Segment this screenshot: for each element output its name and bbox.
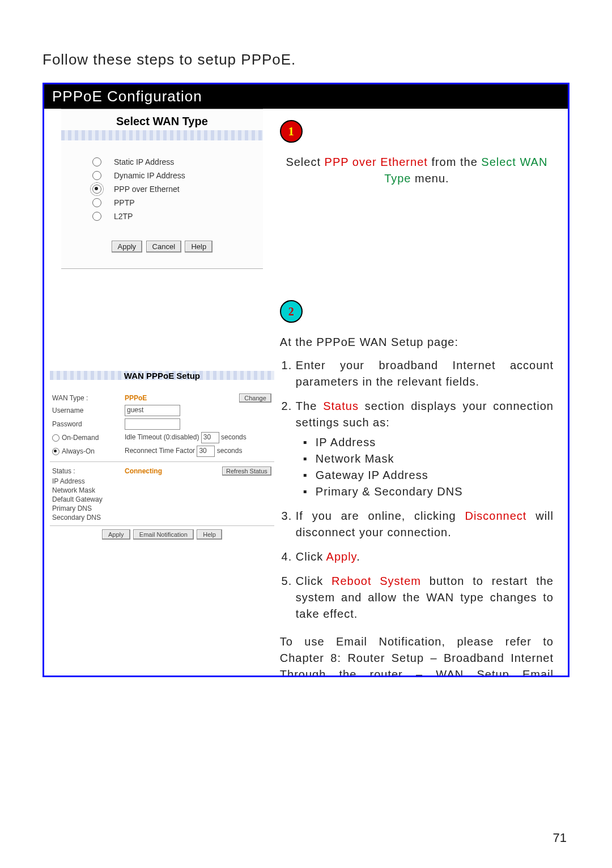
status-row-label: Secondary DNS <box>50 513 274 522</box>
status-sub-item: IP Address <box>316 434 554 451</box>
apply-button[interactable]: Apply <box>112 241 143 253</box>
password-input[interactable] <box>125 418 180 430</box>
radio-icon[interactable] <box>92 212 101 221</box>
on-demand-radio[interactable] <box>52 434 60 442</box>
radio-icon[interactable] <box>92 198 101 207</box>
config-panel: PPPoE Configuration Select WAN Type Stat… <box>42 83 570 677</box>
cancel-button[interactable]: Cancel <box>146 241 181 253</box>
reconnect-input[interactable]: 30 <box>197 446 215 457</box>
email-notification-button[interactable]: Email Notification <box>133 529 194 540</box>
step-2-item-3: If you are online, clicking Disconnect w… <box>296 508 554 541</box>
wan-type-option-label: Static IP Address <box>114 157 174 166</box>
status-row-label: Network Mask <box>50 486 274 495</box>
decorative-border <box>61 130 263 140</box>
radio-icon[interactable] <box>92 171 101 180</box>
step-2-lead: At the PPPoE WAN Setup page: <box>280 334 554 350</box>
panel-title: PPPoE Configuration <box>44 84 568 109</box>
wan-type-option[interactable]: L2TP <box>92 212 263 221</box>
page-number: 71 <box>553 831 567 845</box>
wan-type-option[interactable]: Dynamic IP Address <box>92 171 263 180</box>
wan-type-option[interactable]: PPP over Ethernet <box>92 185 263 194</box>
wan-pppoe-setup-heading: WAN PPPoE Setup <box>50 371 274 380</box>
username-label: Username <box>50 404 122 417</box>
status-row-label: Primary DNS <box>50 504 274 513</box>
status-sub-item: Primary & Secondary DNS <box>316 484 554 500</box>
wan-type-option-label: L2TP <box>114 212 133 221</box>
wan-type-label: WAN Type : <box>50 392 122 404</box>
wan-type-value: PPPoE <box>125 394 147 402</box>
always-on-label: Always-On <box>62 447 95 455</box>
email-notification-note: To use Email Notification, please refer … <box>280 634 554 677</box>
password-label: Password <box>50 417 122 431</box>
step-2-item-1: Enter your broadband Internet account pa… <box>296 357 554 390</box>
wan-type-option[interactable]: PPTP <box>92 198 263 207</box>
apply-button-2[interactable]: Apply <box>102 529 130 540</box>
step-1-badge: 1 <box>280 120 303 143</box>
reconnect-label: Reconnect Time Factor <box>125 447 195 455</box>
seconds-label-1: seconds <box>221 433 246 441</box>
seconds-label-2: seconds <box>217 447 243 455</box>
wan-pppoe-setup-card: WAN PPPoE Setup WAN Type : PPPoE Change … <box>50 371 274 540</box>
step-2-badge: 2 <box>280 300 303 323</box>
status-row-label: IP Address <box>50 477 274 486</box>
status-sub-item: Gateway IP Address <box>316 467 554 484</box>
status-row-label: Default Gateway <box>50 495 274 504</box>
step-2-item-5: Click Reboot System button to restart th… <box>296 573 554 622</box>
refresh-status-button[interactable]: Refresh Status <box>222 467 271 476</box>
intro-text: Follow these steps to setup PPPoE. <box>42 51 570 69</box>
username-input[interactable]: guest <box>125 405 180 416</box>
idle-timeout-label: Idle Timeout (0:disabled) <box>125 433 199 441</box>
on-demand-label: On-Demand <box>62 434 99 442</box>
step-2-item-2: The Status section displays your connect… <box>296 398 554 500</box>
select-wan-type-heading: Select WAN Type <box>61 115 263 128</box>
select-wan-type-card: Select WAN Type Static IP AddressDynamic… <box>61 109 263 269</box>
status-value: Connecting <box>125 467 162 475</box>
radio-icon[interactable] <box>92 185 101 194</box>
wan-type-option-label: PPP over Ethernet <box>114 185 180 194</box>
wan-type-option-label: Dynamic IP Address <box>114 171 185 180</box>
status-sub-item: Network Mask <box>316 451 554 467</box>
idle-timeout-input[interactable]: 30 <box>201 432 219 443</box>
always-on-radio[interactable] <box>52 448 60 455</box>
status-label: Status : <box>50 465 122 477</box>
help-button[interactable]: Help <box>185 241 212 253</box>
help-button-2[interactable]: Help <box>197 529 222 540</box>
step-1-text: Select PPP over Ethernet from the Select… <box>280 154 554 187</box>
step-2-item-4: Click Apply. <box>296 549 554 565</box>
wan-type-option[interactable]: Static IP Address <box>92 157 263 166</box>
change-button[interactable]: Change <box>239 394 271 403</box>
radio-icon[interactable] <box>92 157 101 166</box>
wan-type-option-label: PPTP <box>114 198 135 207</box>
